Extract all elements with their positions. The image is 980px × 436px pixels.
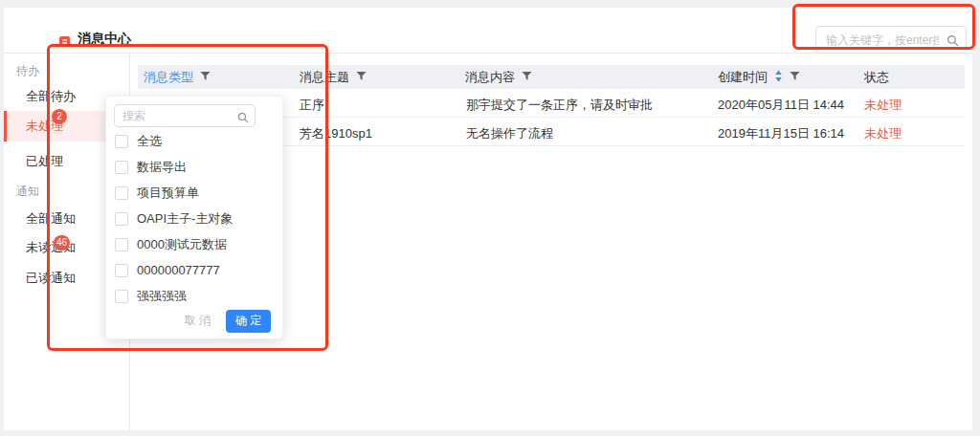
table-cell-subject: 正序 (300, 97, 324, 114)
cancel-button[interactable]: 取 消 (177, 307, 218, 335)
table-cell-content: 那宇提交了一条正序，请及时审批 (466, 97, 653, 114)
checkbox[interactable] (115, 290, 128, 303)
table-cell-subject: 芳名1910sp1 (300, 125, 372, 142)
column-header-status: 状态 (864, 65, 889, 89)
filter-option-list: 全选 数据导出 项目预算单 OAPI主子-主对象 0000测试元数据 00000… (106, 128, 282, 309)
checkbox[interactable] (115, 212, 128, 226)
checkbox[interactable] (115, 161, 128, 174)
filter-option[interactable]: OAPI主子-主对象 (106, 206, 282, 231)
table-cell-status: 未处理 (864, 97, 902, 114)
checkbox[interactable] (115, 135, 128, 148)
search-icon[interactable] (237, 110, 249, 127)
filter-option-select-all[interactable]: 全选 (106, 128, 282, 154)
filter-option[interactable]: 000000077777 (106, 257, 282, 283)
sort-icon[interactable] (774, 70, 783, 85)
global-search (815, 26, 967, 54)
filter-option[interactable]: 项目预算单 (106, 180, 282, 206)
filter-option-label: 强强强强 (137, 288, 187, 305)
filter-funnel-icon[interactable] (200, 70, 211, 84)
column-header-message-type[interactable]: 消息类型 (144, 65, 211, 89)
column-header-created-time[interactable]: 创建时间 (718, 65, 800, 89)
filter-option[interactable]: 强强强强 (106, 283, 282, 309)
top-bar: 消息中心 (4, 8, 972, 54)
filter-option[interactable]: 数据导出 (106, 154, 282, 180)
global-search-input[interactable] (815, 26, 967, 54)
sidebar-section-todo: 待办 (16, 63, 39, 79)
checkbox[interactable] (115, 264, 128, 277)
filter-search-input[interactable] (114, 104, 256, 127)
table-cell-status: 未处理 (864, 125, 902, 142)
column-label: 消息主题 (300, 69, 349, 86)
table-cell-created: 2020年05月11日 14:44 (718, 97, 844, 114)
checkbox[interactable] (115, 238, 128, 251)
filter-option-label: OAPI主子-主对象 (137, 210, 233, 228)
unread-count-badge: 46 (54, 235, 70, 251)
filter-option-label: 项目预算单 (137, 185, 199, 202)
filter-option-label: 000000077777 (137, 263, 220, 277)
table-cell-content: 无名操作了流程 (466, 125, 553, 142)
column-label: 状态 (864, 69, 889, 86)
sidebar-section-notice: 通知 (16, 184, 39, 200)
table-cell-created: 2019年11月15日 16:14 (718, 125, 844, 142)
unprocessed-count-badge: 2 (52, 109, 67, 124)
message-type-filter-popup: 全选 数据导出 项目预算单 OAPI主子-主对象 0000测试元数据 00000… (105, 96, 283, 339)
filter-option-label: 全选 (137, 133, 162, 150)
search-icon[interactable] (947, 33, 959, 51)
filter-funnel-icon[interactable] (790, 70, 800, 84)
column-header-message-subject[interactable]: 消息主题 (300, 65, 367, 89)
app-logo-icon (59, 33, 70, 44)
table-header-row (138, 65, 965, 89)
page-title: 消息中心 (78, 31, 131, 48)
filter-funnel-icon[interactable] (356, 70, 367, 84)
filter-option-label: 0000测试元数据 (137, 236, 227, 253)
filter-search (114, 104, 256, 127)
confirm-button[interactable]: 确 定 (226, 310, 271, 333)
column-header-message-content[interactable]: 消息内容 (465, 65, 532, 89)
filter-funnel-icon[interactable] (522, 70, 532, 84)
column-label: 消息内容 (465, 69, 515, 86)
checkbox[interactable] (115, 186, 128, 200)
filter-popup-footer: 取 消 确 定 (177, 307, 271, 335)
filter-option-label: 数据导出 (137, 159, 187, 176)
column-label: 创建时间 (718, 69, 768, 86)
column-label: 消息类型 (144, 69, 193, 86)
filter-option[interactable]: 0000测试元数据 (106, 231, 282, 257)
